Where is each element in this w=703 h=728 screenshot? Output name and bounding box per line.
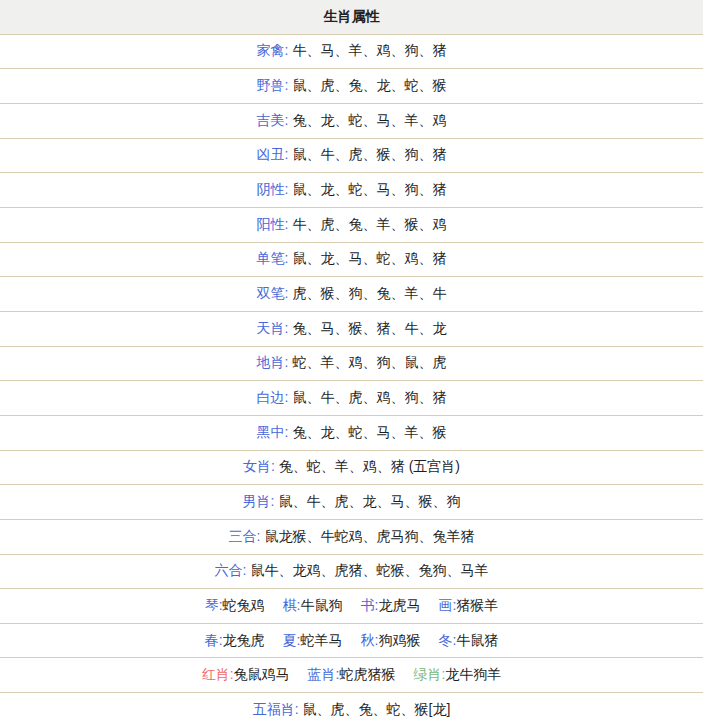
label-value-pair: 书:龙虎马 (361, 597, 421, 615)
row-label: 春: (205, 632, 223, 648)
row-value: 牛鼠狗 (301, 597, 343, 613)
table-row: 凶丑: 鼠、牛、虎、猴、狗、猪 (0, 139, 703, 174)
label-value-pair: 单笔: 鼠、龙、马、蛇、鸡、猪 (257, 250, 447, 268)
row-value: 龙牛狗羊 (445, 666, 501, 682)
table-row: 红肖:兔鼠鸡马蓝肖:蛇虎猪猴绿肖:龙牛狗羊 (0, 658, 703, 693)
row-value: 兔、马、猴、猪、牛、龙 (289, 320, 447, 336)
table-row: 单笔: 鼠、龙、马、蛇、鸡、猪 (0, 243, 703, 278)
label-value-pair: 夏:蛇羊马 (283, 632, 343, 650)
table-row: 天肖: 兔、马、猴、猪、牛、龙 (0, 312, 703, 347)
row-value: 鼠、虎、兔、蛇、猴[龙] (299, 701, 451, 717)
table-row: 白边: 鼠、牛、虎、鸡、狗、猪 (0, 381, 703, 416)
row-value: 鼠龙猴、牛蛇鸡、虎马狗、兔羊猪 (261, 528, 475, 544)
row-value: 虎、猴、狗、兔、羊、牛 (289, 285, 447, 301)
row-value: 鼠、龙、马、蛇、鸡、猪 (289, 250, 447, 266)
row-value: 鼠、龙、蛇、马、狗、猪 (289, 181, 447, 197)
label-value-pair: 三合: 鼠龙猴、牛蛇鸡、虎马狗、兔羊猪 (229, 528, 475, 546)
row-value: 蛇羊马 (301, 632, 343, 648)
table-row: 三合: 鼠龙猴、牛蛇鸡、虎马狗、兔羊猪 (0, 520, 703, 555)
label-value-pair: 蓝肖:蛇虎猪猴 (308, 666, 396, 684)
label-value-pair: 天肖: 兔、马、猴、猪、牛、龙 (257, 320, 447, 338)
row-value: 鼠、牛、虎、猴、狗、猪 (289, 146, 447, 162)
row-label: 棋: (283, 597, 301, 613)
row-label: 白边: (257, 389, 289, 405)
label-value-pair: 阴性: 鼠、龙、蛇、马、狗、猪 (257, 181, 447, 199)
row-label: 红肖: (202, 666, 234, 682)
row-value: 鼠、虎、兔、龙、蛇、猴 (289, 77, 447, 93)
row-value: 鼠牛、龙鸡、虎猪、蛇猴、兔狗、马羊 (247, 562, 489, 578)
row-value: 龙虎马 (378, 597, 420, 613)
label-value-pair: 琴:蛇兔鸡 (205, 597, 265, 615)
row-label: 女肖: (243, 458, 275, 474)
row-label: 夏: (283, 632, 301, 648)
table-row: 野兽: 鼠、虎、兔、龙、蛇、猴 (0, 69, 703, 104)
label-value-pair: 画:猪猴羊 (438, 597, 498, 615)
table-row: 女肖: 兔、蛇、羊、鸡、猪 (五宫肖) (0, 451, 703, 486)
label-value-pair: 女肖: 兔、蛇、羊、鸡、猪 (五宫肖) (243, 458, 460, 476)
label-value-pair: 六合: 鼠牛、龙鸡、虎猪、蛇猴、兔狗、马羊 (215, 562, 489, 580)
row-label: 阴性: (257, 181, 289, 197)
row-value: 兔、龙、蛇、马、羊、猴 (289, 424, 447, 440)
row-label: 单笔: (257, 250, 289, 266)
table-row: 家禽: 牛、马、羊、鸡、狗、猪 (0, 35, 703, 70)
row-label: 秋: (361, 632, 379, 648)
label-value-pair: 五福肖: 鼠、虎、兔、蛇、猴[龙] (253, 701, 451, 719)
row-label: 画: (438, 597, 456, 613)
row-label: 天肖: (257, 320, 289, 336)
label-value-pair: 红肖:兔鼠鸡马 (202, 666, 290, 684)
zodiac-attributes-table: 生肖属性 家禽: 牛、马、羊、鸡、狗、猪野兽: 鼠、虎、兔、龙、蛇、猴吉美: 兔… (0, 0, 703, 728)
table-row: 黑中: 兔、龙、蛇、马、羊、猴 (0, 416, 703, 451)
table-title: 生肖属性 (324, 8, 380, 26)
row-label: 六合: (215, 562, 247, 578)
row-label: 三合: (229, 528, 261, 544)
label-value-pair: 冬:牛鼠猪 (438, 632, 498, 650)
label-value-pair: 野兽: 鼠、虎、兔、龙、蛇、猴 (257, 77, 447, 95)
label-value-pair: 凶丑: 鼠、牛、虎、猴、狗、猪 (257, 146, 447, 164)
label-value-pair: 黑中: 兔、龙、蛇、马、羊、猴 (257, 424, 447, 442)
table-row: 五福肖: 鼠、虎、兔、蛇、猴[龙] (0, 693, 703, 728)
row-label: 男肖: (243, 493, 275, 509)
row-value: 猪猴羊 (456, 597, 498, 613)
row-value: 牛鼠猪 (456, 632, 498, 648)
table-row: 双笔: 虎、猴、狗、兔、羊、牛 (0, 277, 703, 312)
row-label: 黑中: (257, 424, 289, 440)
row-label: 阳性: (257, 216, 289, 232)
label-value-pair: 棋:牛鼠狗 (283, 597, 343, 615)
row-label: 野兽: (257, 77, 289, 93)
zodiac-table-body: 家禽: 牛、马、羊、鸡、狗、猪野兽: 鼠、虎、兔、龙、蛇、猴吉美: 兔、龙、蛇、… (0, 35, 703, 728)
row-value: 狗鸡猴 (378, 632, 420, 648)
label-value-pair: 阳性: 牛、虎、兔、羊、猴、鸡 (257, 216, 447, 234)
row-value: 兔鼠鸡马 (234, 666, 290, 682)
label-value-pair: 男肖: 鼠、牛、虎、龙、马、猴、狗 (243, 493, 461, 511)
label-value-pair: 秋:狗鸡猴 (361, 632, 421, 650)
row-label: 家禽: (257, 42, 289, 58)
row-value: 鼠、牛、虎、龙、马、猴、狗 (275, 493, 461, 509)
row-label: 地肖: (257, 354, 289, 370)
label-value-pair: 春:龙兔虎 (205, 632, 265, 650)
label-value-pair: 家禽: 牛、马、羊、鸡、狗、猪 (257, 42, 447, 60)
label-value-pair: 吉美: 兔、龙、蛇、马、羊、鸡 (257, 112, 447, 130)
table-row: 阳性: 牛、虎、兔、羊、猴、鸡 (0, 208, 703, 243)
row-label: 五福肖: (253, 701, 299, 717)
row-value: 兔、龙、蛇、马、羊、鸡 (289, 112, 447, 128)
row-value: 龙兔虎 (223, 632, 265, 648)
table-row: 六合: 鼠牛、龙鸡、虎猪、蛇猴、兔狗、马羊 (0, 555, 703, 590)
row-label: 蓝肖: (308, 666, 340, 682)
table-row: 阴性: 鼠、龙、蛇、马、狗、猪 (0, 173, 703, 208)
row-value: 牛、虎、兔、羊、猴、鸡 (289, 216, 447, 232)
table-header: 生肖属性 (0, 0, 703, 35)
row-label: 冬: (438, 632, 456, 648)
table-row: 地肖: 蛇、羊、鸡、狗、鼠、虎 (0, 347, 703, 382)
row-label: 双笔: (257, 285, 289, 301)
row-label: 琴: (205, 597, 223, 613)
row-label: 绿肖: (413, 666, 445, 682)
row-label: 吉美: (257, 112, 289, 128)
row-value: 蛇、羊、鸡、狗、鼠、虎 (289, 354, 447, 370)
label-value-pair: 地肖: 蛇、羊、鸡、狗、鼠、虎 (257, 354, 447, 372)
row-value: 蛇虎猪猴 (339, 666, 395, 682)
label-value-pair: 绿肖:龙牛狗羊 (413, 666, 501, 684)
row-value: 鼠、牛、虎、鸡、狗、猪 (289, 389, 447, 405)
row-label: 书: (361, 597, 379, 613)
table-row: 琴:蛇兔鸡棋:牛鼠狗书:龙虎马画:猪猴羊 (0, 589, 703, 624)
row-label: 凶丑: (257, 146, 289, 162)
